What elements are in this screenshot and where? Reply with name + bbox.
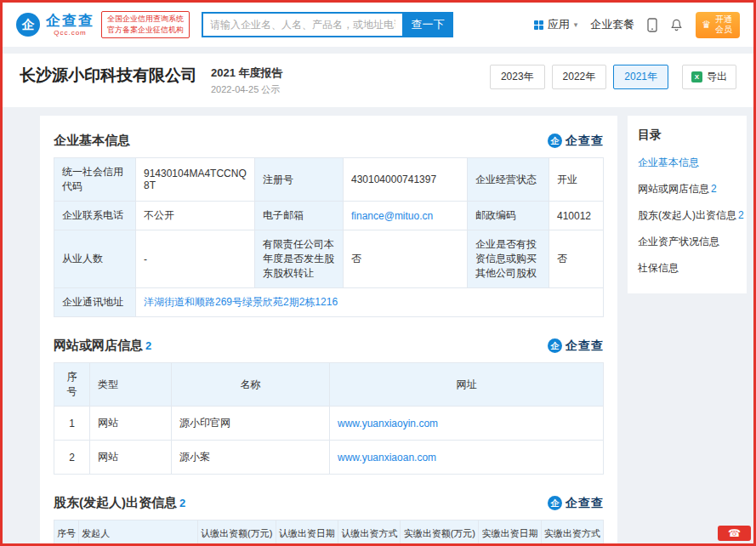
basic-info-table: 统一社会信用代码 91430104MA4TCCNQ8T 注册号 43010400… (54, 157, 604, 317)
field-label: 有限责任公司本年度是否发生股东股权转让 (255, 230, 344, 288)
toc-item-website-info[interactable]: 网站或网店信息2 (638, 176, 736, 202)
section-header: 网站或网店信息 2 企 企查查 (54, 338, 604, 354)
qcc-watermark-icon: 企 (548, 134, 562, 148)
apps-grid-icon (534, 20, 543, 30)
website-info-table: 序号 类型 名称 网址 1 网站 源小印官网 www.yuanxiaoyi (54, 362, 604, 475)
report-meta: 2021 年度报告 2022-04-25 公示 (211, 65, 283, 96)
column-header: 序号 (54, 520, 79, 546)
field-label: 企业经营状态 (468, 158, 549, 202)
toc-item-assets-info[interactable]: 企业资产状况信息 (638, 229, 736, 255)
email-link[interactable]: finance@mituo.cn (351, 210, 433, 222)
field-label: 企业通讯地址 (54, 288, 136, 317)
toc-item-label: 企业资产状况信息 (638, 236, 719, 247)
report-main: 企业基本信息 企 企查查 统一社会信用代码 91430104MA4TCC (40, 116, 617, 546)
table-row: 企业通讯地址 洋湖街道和顺路269号绿景欣苑2期2栋1216 (54, 288, 604, 317)
field-label: 从业人数 (54, 230, 136, 288)
toc-item-label: 股东(发起人)出资信息 (638, 209, 736, 221)
report-year-title: 2021 年度报告 (211, 65, 283, 81)
excel-icon: X (691, 71, 702, 82)
search-bar: 查一下 (202, 12, 453, 37)
section-shareholder-info: 股东(发起人)出资信息 2 企 企查查 序号 发起人 认缴出资额(万元) 认缴出… (54, 495, 604, 546)
field-label: 电子邮箱 (255, 202, 344, 230)
toc-title: 目录 (638, 128, 736, 143)
field-label: 统一社会信用代码 (54, 158, 136, 202)
website-link[interactable]: www.yuanxiaoyin.com (338, 418, 438, 429)
package-menu[interactable]: 企业套餐 (590, 17, 634, 32)
section-header: 股东(发起人)出资信息 2 企 企查查 (54, 495, 604, 511)
annual-report-page: 企 企查查 Qcc.com 全国企业信用查询系统 官方备案企业征信机构 查一下 … (0, 0, 756, 546)
toc-item-label: 社保信息 (638, 262, 679, 274)
toc-item-basic-info[interactable]: 企业基本信息 (638, 150, 736, 176)
report-title-bar: 长沙源小印科技有限公司 2021 年度报告 2022-04-25 公示 2023… (3, 54, 753, 107)
qcc-logo-text: 企查查 Qcc.com (46, 14, 94, 37)
floating-service-widget[interactable]: ☎ (718, 526, 751, 541)
chevron-down-icon: ▾ (574, 20, 578, 29)
section-website-info: 网站或网店信息 2 企 企查查 序号 类型 名称 (54, 338, 604, 475)
apps-menu[interactable]: 应用 ▾ (534, 17, 578, 32)
field-label: 企业是否有投资信息或购买其他公司股权 (468, 230, 549, 288)
toc-item-count: 2 (711, 183, 717, 195)
year-tab-2021[interactable]: 2021年 (613, 65, 668, 89)
toc-item-shareholder-info[interactable]: 股东(发起人)出资信息2 (638, 202, 736, 229)
section-count: 2 (179, 497, 185, 509)
publish-date: 2022-04-25 公示 (211, 83, 283, 96)
qcc-watermark: 企 企查查 (548, 496, 604, 511)
section-count: 2 (145, 339, 151, 352)
column-header: 认缴出资方式 (338, 520, 401, 546)
cell-index: 2 (54, 441, 90, 475)
column-header: 类型 (90, 363, 172, 407)
column-header: 实缴出资日期 (479, 520, 541, 546)
qcc-watermark-text: 企查查 (566, 496, 604, 511)
address-link[interactable]: 洋湖街道和顺路269号绿景欣苑2期2栋1216 (144, 296, 338, 308)
shareholder-info-table: 序号 发起人 认缴出资额(万元) 认缴出资日期 认缴出资方式 实缴出资额(万元)… (54, 520, 604, 546)
year-tab-2023[interactable]: 2023年 (490, 65, 545, 89)
apps-label: 应用 (548, 17, 570, 32)
column-header: 认缴出资日期 (276, 520, 338, 546)
field-value: 430104000741397 (344, 158, 468, 202)
website-link[interactable]: www.yuanxiaoan.com (338, 452, 436, 464)
qcc-logo[interactable]: 企 企查查 Qcc.com (16, 13, 94, 37)
qcc-logo-icon: 企 (16, 13, 40, 37)
vip-upgrade-button[interactable]: ♛ 开通会员 (696, 12, 740, 38)
column-header: 网址 (330, 363, 604, 407)
field-value: 否 (549, 230, 604, 288)
cell-type: 网站 (90, 407, 172, 441)
column-header: 实缴出资方式 (541, 520, 603, 546)
brand-name: 企查查 (46, 14, 94, 28)
table-row: 2 网站 源小案 www.yuanxiaoan.com (54, 441, 604, 475)
service-phone-icon: ☎ (728, 527, 741, 539)
toc-item-social-security[interactable]: 社保信息 (638, 255, 736, 282)
column-header: 认缴出资额(万元) (197, 520, 276, 546)
section-header: 企业基本信息 企 企查查 (54, 133, 604, 149)
year-switcher: 2023年 2022年 2021年 X 导出 (490, 65, 736, 89)
search-button[interactable]: 查一下 (402, 12, 453, 37)
cell-url: www.yuanxiaoyin.com (330, 407, 604, 441)
year-tab-2022[interactable]: 2022年 (552, 65, 607, 89)
table-row: 企业联系电话 不公开 电子邮箱 finance@mituo.cn 邮政编码 41… (54, 202, 604, 230)
header-nav: 应用 ▾ 企业套餐 ♛ 开通会员 (534, 12, 740, 38)
export-button[interactable]: X 导出 (682, 65, 736, 89)
table-row: 从业人数 - 有限责任公司本年度是否发生股东股权转让 否 企业是否有投资信息或购… (54, 230, 604, 288)
export-label: 导出 (707, 70, 727, 84)
table-header-row: 序号 类型 名称 网址 (54, 363, 604, 407)
search-input[interactable] (202, 12, 402, 37)
company-name: 长沙源小印科技有限公司 (20, 65, 197, 87)
section-title: 股东(发起人)出资信息 (54, 495, 177, 511)
crown-icon: ♛ (702, 20, 711, 30)
column-header: 名称 (172, 363, 330, 407)
table-row: 统一社会信用代码 91430104MA4TCCNQ8T 注册号 43010400… (54, 158, 604, 202)
field-label: 企业联系电话 (54, 202, 136, 230)
notification-bell-icon[interactable] (670, 18, 683, 31)
content-area: 企业基本信息 企 企查查 统一社会信用代码 91430104MA4TCC (3, 107, 753, 546)
mobile-app-icon[interactable] (647, 18, 657, 32)
field-value: 91430104MA4TCCNQ8T (136, 158, 255, 202)
field-value: 不公开 (136, 202, 255, 230)
field-value: 开业 (549, 158, 604, 202)
cell-type: 网站 (90, 441, 172, 475)
qcc-watermark-icon: 企 (548, 338, 562, 353)
cell-name: 源小案 (172, 441, 330, 475)
field-value: 否 (344, 230, 468, 288)
cell-url: www.yuanxiaoan.com (330, 441, 604, 475)
qcc-watermark-text: 企查查 (566, 134, 604, 149)
column-header: 发起人 (79, 520, 198, 546)
